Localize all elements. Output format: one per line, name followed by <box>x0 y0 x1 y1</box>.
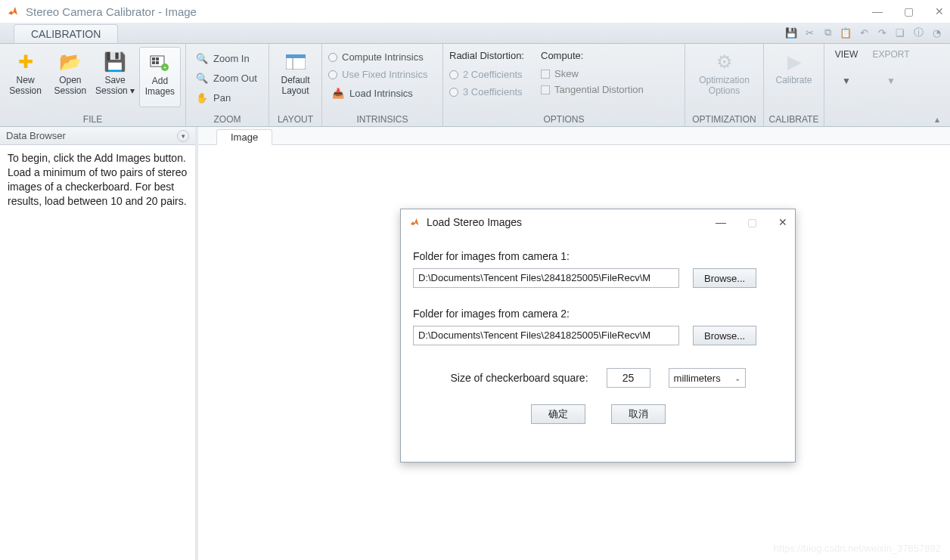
group-label-file: FILE <box>5 113 181 125</box>
windows-icon[interactable]: ❏ <box>893 25 908 40</box>
view-dropdown[interactable]: VIEW ▼ <box>829 47 864 107</box>
collapse-ribbon-icon[interactable]: ▴ <box>829 113 945 125</box>
copy-icon[interactable]: ⧉ <box>820 25 835 40</box>
ribbon-tabstrip: CALIBRATION 💾 ✂ ⧉ 📋 ↶ ↷ ❏ ⓘ ◔ <box>0 23 950 44</box>
checkerboard-size-input[interactable]: 25 <box>607 368 650 388</box>
radio-icon <box>449 70 458 79</box>
cancel-button[interactable]: 取消 <box>611 404 666 424</box>
default-layout-button[interactable]: Default Layout <box>274 47 317 107</box>
zoom-in-icon: 🔍 <box>195 51 209 65</box>
titlebar: Stereo Camera Calibrator - Image — ▢ ✕ <box>0 0 950 23</box>
dialog-maximize-icon[interactable]: ▢ <box>747 216 757 228</box>
radio-icon <box>328 53 337 62</box>
pan-button[interactable]: ✋Pan <box>192 89 260 106</box>
add-images-button[interactable]: + Add Images <box>139 47 181 107</box>
checkbox-icon <box>541 85 550 94</box>
paste-icon[interactable]: 📋 <box>838 25 853 40</box>
tab-image[interactable]: Image <box>216 129 272 145</box>
close-icon[interactable]: ✕ <box>935 5 944 17</box>
dropdown-icon[interactable]: ◔ <box>929 25 944 40</box>
save-session-button[interactable]: 💾 Save Session ▾ <box>95 47 136 107</box>
panel-menu-icon[interactable]: ▾ <box>177 130 189 142</box>
load-icon: 📥 <box>331 86 345 100</box>
new-session-button[interactable]: ✚ New Session <box>5 47 46 107</box>
load-stereo-images-dialog: Load Stereo Images — ▢ ✕ Folder for imag… <box>400 209 796 463</box>
three-coefficients-radio[interactable]: 3 Coefficients <box>449 85 524 99</box>
group-intrinsics: Compute Intrinsics Use Fixed Intrinsics … <box>322 44 443 126</box>
group-label-optimization: OPTIMIZATION <box>690 113 759 125</box>
add-images-icon: + <box>147 51 172 75</box>
radial-distortion-header: Radial Distortion: <box>449 50 524 61</box>
undo-icon[interactable]: ↶ <box>856 25 871 40</box>
data-browser-header[interactable]: Data Browser ▾ <box>0 127 195 145</box>
data-browser-panel: Data Browser ▾ To begin, click the Add I… <box>0 127 198 560</box>
radio-icon <box>449 88 458 97</box>
svg-rect-2 <box>156 57 159 60</box>
maximize-icon[interactable]: ▢ <box>904 5 914 17</box>
dialog-titlebar[interactable]: Load Stereo Images — ▢ ✕ <box>401 209 795 235</box>
group-label-intrinsics: INTRINSICS <box>327 113 438 125</box>
play-icon: ▶ <box>782 50 806 74</box>
camera1-folder-input[interactable]: D:\Documents\Tencent Files\2841825005\Fi… <box>413 268 679 288</box>
compute-intrinsics-radio[interactable]: Compute Intrinsics <box>328 50 427 64</box>
group-label-calibrate: CALIBRATE <box>768 113 819 125</box>
dialog-minimize-icon[interactable]: — <box>716 216 726 228</box>
radio-icon <box>328 70 337 79</box>
zoom-out-button[interactable]: 🔍Zoom Out <box>192 70 260 86</box>
hand-icon: ✋ <box>195 91 209 104</box>
zoom-in-button[interactable]: 🔍Zoom In <box>192 50 260 67</box>
camera1-folder-label: Folder for images from camera 1: <box>413 250 783 262</box>
unit-select[interactable]: millimeters ⌄ <box>669 368 746 388</box>
matlab-icon <box>6 5 20 18</box>
browse-camera1-button[interactable]: Browse... <box>693 268 756 288</box>
redo-icon[interactable]: ↷ <box>874 25 889 40</box>
checkerboard-size-label: Size of checkerboard square: <box>450 372 588 384</box>
export-dropdown[interactable]: EXPORT ▼ <box>870 47 912 107</box>
svg-rect-1 <box>152 57 155 60</box>
group-file: ✚ New Session 📂 Open Session 💾 Save Sess… <box>0 44 186 126</box>
minimize-icon[interactable]: — <box>872 5 883 17</box>
group-label-layout: LAYOUT <box>274 113 317 125</box>
group-view-export: VIEW ▼ EXPORT ▼ ▴ <box>824 44 950 126</box>
disk-icon: 💾 <box>103 50 127 74</box>
watermark: https://blog.csdn.net/weixin_37857892 <box>774 543 941 554</box>
plus-icon: ✚ <box>14 50 38 74</box>
chevron-down-icon: ▼ <box>842 76 851 86</box>
group-label-zoom: ZOOM <box>191 113 264 125</box>
tab-calibration[interactable]: CALIBRATION <box>14 24 118 43</box>
checkbox-icon <box>541 70 550 79</box>
tangential-distortion-checkbox[interactable]: Tangential Distortion <box>541 83 644 96</box>
folder-icon: 📂 <box>58 50 82 74</box>
svg-rect-8 <box>286 54 306 58</box>
ribbon: ✚ New Session 📂 Open Session 💾 Save Sess… <box>0 44 950 127</box>
ok-button[interactable]: 确定 <box>531 404 585 424</box>
group-options: Radial Distortion: 2 Coefficients 3 Coef… <box>443 44 685 126</box>
window-title: Stereo Camera Calibrator - Image <box>26 5 197 18</box>
data-browser-hint: To begin, click the Add Images button. L… <box>0 145 195 215</box>
skew-checkbox[interactable]: Skew <box>541 67 644 80</box>
save-icon[interactable]: 💾 <box>784 25 799 40</box>
group-calibrate: ▶ Calibrate CALIBRATE <box>764 44 824 126</box>
open-session-button[interactable]: 📂 Open Session <box>49 47 91 107</box>
group-zoom: 🔍Zoom In 🔍Zoom Out ✋Pan ZOOM <box>186 44 269 126</box>
calibrate-button[interactable]: ▶ Calibrate <box>768 47 819 107</box>
svg-text:+: + <box>163 64 167 71</box>
cut-icon[interactable]: ✂ <box>802 25 817 40</box>
help-icon[interactable]: ⓘ <box>911 25 926 40</box>
dialog-title: Load Stereo Images <box>427 216 522 228</box>
svg-rect-3 <box>152 61 155 64</box>
browse-camera2-button[interactable]: Browse... <box>693 326 756 345</box>
gear-icon: ⚙ <box>712 50 737 74</box>
two-coefficients-radio[interactable]: 2 Coefficients <box>449 67 524 82</box>
matlab-icon <box>408 216 421 228</box>
compute-header: Compute: <box>541 50 644 61</box>
svg-rect-4 <box>156 61 159 64</box>
dialog-close-icon[interactable]: ✕ <box>778 216 787 228</box>
zoom-out-icon: 🔍 <box>195 71 209 85</box>
use-fixed-intrinsics-radio[interactable]: Use Fixed Intrinsics <box>328 67 427 82</box>
quick-access-toolbar: 💾 ✂ ⧉ 📋 ↶ ↷ ❏ ⓘ ◔ <box>778 22 950 43</box>
optimization-options-button[interactable]: ⚙ Optimization Options <box>690 47 759 107</box>
load-intrinsics-button[interactable]: 📥Load Intrinsics <box>328 85 427 101</box>
camera2-folder-input[interactable]: D:\Documents\Tencent Files\2841825005\Fi… <box>413 326 679 345</box>
chevron-down-icon: ▼ <box>886 76 896 86</box>
